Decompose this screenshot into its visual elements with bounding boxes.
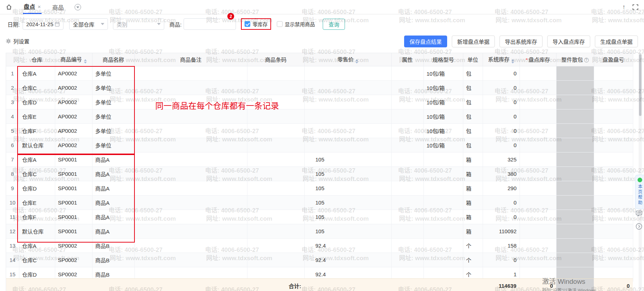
import-count-stock-button[interactable]: 导入盘点库存 bbox=[547, 36, 590, 47]
cell-unit: 箱 bbox=[463, 210, 483, 224]
cell-bulk_pack bbox=[556, 123, 594, 138]
table-row[interactable]: 13仓库ASP0002商品B92.4个158 bbox=[6, 238, 633, 253]
cell-price: 105 bbox=[304, 152, 391, 166]
table-row[interactable]: 3仓库DAP0002多单位10包/箱包0 bbox=[6, 95, 633, 109]
cell-count_stock[interactable] bbox=[520, 181, 556, 195]
table-row[interactable]: 7仓库ASP0001商品A105箱325 bbox=[6, 152, 633, 166]
table-row[interactable]: 10仓库ESP0001商品A105箱0 bbox=[6, 195, 633, 210]
summary-row: 合计:11463900 bbox=[6, 278, 633, 291]
cell-bulk_pack bbox=[556, 152, 594, 166]
export-system-stock-button[interactable]: 导出系统库存 bbox=[499, 36, 543, 47]
column-label: 规格型号 bbox=[432, 57, 454, 63]
cell-price: 105 bbox=[304, 181, 391, 195]
cell-price bbox=[304, 138, 391, 152]
table-row[interactable]: 5仓库FAP0002多单位10包/箱包0 bbox=[6, 123, 633, 138]
cell-count_stock[interactable] bbox=[520, 109, 556, 123]
column-header-index bbox=[6, 53, 19, 66]
cell-count_stock[interactable] bbox=[520, 123, 556, 138]
category-select[interactable]: 类别 bbox=[113, 18, 164, 30]
fullscreen-icon[interactable] bbox=[633, 4, 638, 10]
chevron-down-icon bbox=[157, 23, 161, 25]
cell-count_stock[interactable] bbox=[520, 152, 556, 166]
sort-icon[interactable] bbox=[84, 59, 87, 64]
cell-name: 商品A bbox=[92, 210, 134, 224]
warehouse-select[interactable]: 全部仓库 bbox=[69, 18, 108, 30]
column-settings-button[interactable]: 列设置 bbox=[6, 37, 29, 45]
close-tab-icon[interactable]: × bbox=[38, 4, 41, 10]
cell-sku: SP0002 bbox=[55, 253, 92, 267]
cell-count_stock[interactable] bbox=[520, 166, 556, 181]
column-header-price[interactable]: 零售价 bbox=[304, 53, 391, 66]
table-row[interactable]: 4仓库EAP0002多单位10包/箱包0 bbox=[6, 109, 633, 123]
sort-icon[interactable] bbox=[355, 59, 358, 64]
table-row[interactable]: 1仓库AAP0002多单位10包/箱包0 bbox=[6, 66, 633, 80]
cell-sys_stock: 380 bbox=[483, 166, 520, 181]
scrollbar-thumb[interactable] bbox=[639, 54, 641, 116]
cell-remark bbox=[134, 181, 247, 195]
cell-count_stock[interactable] bbox=[520, 253, 556, 267]
collapse-panel-icon[interactable] bbox=[635, 222, 643, 230]
cell-warehouse: 默认仓库 bbox=[19, 224, 55, 238]
generate-count-doc-button[interactable]: 生成盘点单据 bbox=[595, 36, 638, 47]
tab-products[interactable]: 商品 bbox=[52, 0, 65, 14]
cell-name: 商品A bbox=[92, 166, 134, 181]
cell-count_stock[interactable] bbox=[520, 210, 556, 224]
cell-index: 6 bbox=[6, 138, 19, 152]
cell-count_stock[interactable] bbox=[520, 138, 556, 152]
cell-attr bbox=[391, 166, 423, 181]
cell-spec: 10包/箱 bbox=[423, 138, 463, 152]
table-row[interactable]: 11仓库FSP0001商品A105箱0 bbox=[6, 210, 633, 224]
column-label: 商品条码 bbox=[265, 57, 287, 63]
scroll-top-icon[interactable]: ↑ bbox=[622, 4, 626, 10]
new-count-doc-button[interactable]: 新增盘点单据 bbox=[452, 36, 495, 47]
table-row[interactable]: 6默认仓库AP0002多单位10包/箱包0 bbox=[6, 138, 633, 152]
tab-history-icon[interactable] bbox=[75, 4, 81, 10]
summary-total-label: 合计: bbox=[6, 279, 304, 291]
toolbar: 列设置 保存盘点结果 新增盘点单据 导出系统库存 导入盘点库存 生成盘点单据 bbox=[0, 33, 644, 50]
cell-name: 多单位 bbox=[92, 95, 134, 109]
date-input[interactable]: 2024-11-25 bbox=[23, 18, 63, 30]
summary-bulk_pack bbox=[556, 279, 594, 291]
column-label: 单位 bbox=[467, 57, 478, 63]
search-button[interactable]: 查询 bbox=[323, 19, 345, 30]
column-header-warehouse: 仓库 bbox=[19, 53, 55, 66]
cell-count_stock[interactable] bbox=[520, 66, 556, 80]
required-asterisk: * bbox=[526, 57, 528, 63]
product-input[interactable] bbox=[184, 18, 236, 30]
table-row[interactable]: 14仓库CSP0002商品B92.4个0 bbox=[6, 253, 633, 267]
cell-name: 多单位 bbox=[92, 66, 134, 80]
cell-count_stock[interactable] bbox=[520, 80, 556, 95]
show-disabled-checkbox[interactable] bbox=[277, 21, 283, 27]
zero-stock-checkbox[interactable] bbox=[245, 21, 250, 27]
cell-sys_stock: 0 bbox=[483, 210, 520, 224]
cell-warehouse: 仓库C bbox=[19, 80, 55, 95]
cell-count_stock[interactable] bbox=[520, 95, 556, 109]
column-header-sku[interactable]: 商品编号 bbox=[55, 53, 92, 66]
cell-barcode bbox=[247, 80, 304, 95]
home-icon[interactable] bbox=[6, 4, 13, 11]
tab-inventory-count[interactable]: 盘点 × bbox=[23, 0, 42, 14]
feedback-message-icon[interactable] bbox=[635, 210, 643, 217]
cell-count_stock[interactable] bbox=[520, 195, 556, 210]
cell-price bbox=[304, 80, 391, 95]
column-help-icon[interactable]: ? bbox=[584, 58, 589, 62]
table-row[interactable]: 12默认仓库SP0001商品A105箱110092 bbox=[6, 224, 633, 238]
table-row[interactable]: 8仓库CSP0001商品A105箱380 bbox=[6, 166, 633, 181]
vertical-scrollbar[interactable] bbox=[639, 53, 642, 291]
cell-profit_loss bbox=[594, 224, 633, 238]
page-help-tab[interactable]: 本页帮助 bbox=[635, 175, 644, 209]
column-label: 系统库存 bbox=[488, 56, 510, 62]
cell-count_stock[interactable] bbox=[520, 224, 556, 238]
column-header-sys_stock[interactable]: 系统库存 bbox=[483, 53, 520, 66]
cell-unit: 包 bbox=[463, 95, 483, 109]
column-header-remark: 商品备注 bbox=[134, 53, 247, 66]
sort-icon[interactable] bbox=[511, 59, 514, 64]
table-row[interactable]: 2仓库CAP0002多单位10包/箱包0 bbox=[6, 80, 633, 95]
column-label: 零售价 bbox=[337, 56, 354, 62]
column-label: 整件散包 bbox=[561, 57, 583, 63]
cell-sku: AP0002 bbox=[55, 95, 92, 109]
table-row[interactable]: 9仓库DSP0001商品A105箱290 bbox=[6, 181, 633, 195]
cell-index: 4 bbox=[6, 109, 19, 123]
cell-count_stock[interactable] bbox=[520, 238, 556, 253]
save-count-result-button[interactable]: 保存盘点结果 bbox=[404, 36, 447, 47]
